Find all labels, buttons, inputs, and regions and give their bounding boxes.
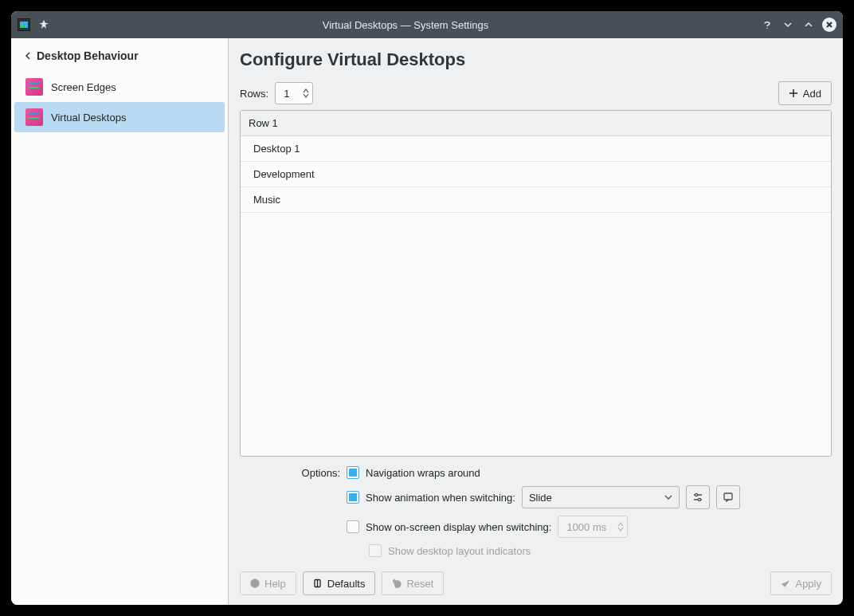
reset-button-label: Reset	[406, 578, 433, 590]
desktop-row[interactable]: Music	[241, 187, 831, 213]
show-anim-label[interactable]: Show animation when switching:	[366, 492, 515, 504]
anim-about-button[interactable]	[716, 485, 740, 509]
desktops-list[interactable]: Row 1 Desktop 1 Development Music	[240, 110, 832, 457]
svg-point-3	[695, 493, 697, 496]
svg-point-7	[254, 585, 255, 586]
sidebar: Desktop Behaviour Screen Edges Virtual D…	[11, 38, 229, 605]
sidebar-item-label: Screen Edges	[51, 81, 116, 93]
check-icon	[781, 579, 790, 588]
show-osd-label[interactable]: Show on-screen display when switching:	[366, 521, 551, 533]
defaults-icon	[313, 579, 323, 588]
breadcrumb-label: Desktop Behaviour	[37, 49, 139, 62]
undo-icon	[392, 579, 402, 588]
apply-button-label: Apply	[795, 578, 821, 590]
svg-point-2	[766, 28, 767, 29]
chevron-down-icon[interactable]	[303, 93, 309, 98]
show-layout-label: Show desktop layout indicators	[388, 545, 531, 557]
rows-toolbar: Rows: Add	[240, 81, 832, 105]
desktop-name: Development	[253, 168, 315, 180]
defaults-button-label: Defaults	[327, 578, 366, 590]
help-circle-icon	[250, 579, 260, 588]
svg-rect-5	[724, 493, 732, 500]
sidebar-item-virtual-desktops[interactable]: Virtual Desktops	[14, 102, 225, 132]
help-button[interactable]: Help	[240, 571, 296, 595]
desktop-row[interactable]: Development	[241, 162, 831, 187]
apply-button: Apply	[770, 571, 832, 595]
breadcrumb[interactable]: Desktop Behaviour	[11, 41, 228, 72]
nav-wrap-label[interactable]: Navigation wraps around	[366, 467, 480, 479]
rows-spinbox[interactable]	[275, 82, 313, 104]
show-osd-checkbox[interactable]	[347, 520, 359, 533]
svg-point-4	[698, 498, 700, 500]
main-panel: Configure Virtual Desktops Rows: Add	[229, 38, 843, 605]
maximize-icon[interactable]	[801, 18, 816, 32]
reset-button: Reset	[382, 571, 444, 595]
footer-buttons: Help Defaults Reset Apply	[240, 571, 832, 595]
sidebar-item-label: Virtual Desktops	[51, 112, 126, 124]
minimize-icon[interactable]	[781, 18, 795, 32]
help-icon[interactable]	[760, 18, 774, 32]
rows-value[interactable]	[284, 88, 296, 100]
help-button-label: Help	[264, 578, 286, 590]
anim-combo-value: Slide	[529, 492, 552, 504]
defaults-button[interactable]: Defaults	[303, 571, 376, 595]
chevron-left-icon	[24, 51, 32, 61]
options-label: Options:	[240, 467, 340, 479]
desktop-name: Desktop 1	[253, 143, 300, 155]
virtual-desktops-icon	[25, 108, 43, 126]
osd-duration-spinbox	[558, 516, 628, 538]
osd-duration-value	[566, 521, 611, 533]
add-button-label: Add	[803, 88, 821, 100]
row-group-header: Row 1	[241, 111, 831, 136]
sliders-icon	[692, 492, 703, 503]
pin-icon[interactable]	[37, 18, 51, 32]
page-title: Configure Virtual Desktops	[240, 46, 832, 81]
close-icon[interactable]	[822, 18, 836, 32]
desktop-row[interactable]: Desktop 1	[241, 136, 831, 162]
rows-label: Rows:	[240, 88, 268, 100]
anim-combo[interactable]: Slide	[522, 486, 680, 508]
speech-bubble-icon	[723, 492, 734, 503]
titlebar: Virtual Desktops — System Settings	[11, 11, 843, 38]
app-icon	[18, 18, 30, 31]
chevron-down-icon	[664, 495, 672, 500]
sidebar-item-screen-edges[interactable]: Screen Edges	[14, 72, 225, 102]
screen-edges-icon	[25, 78, 43, 96]
show-layout-checkbox	[369, 544, 382, 557]
svg-rect-1	[20, 25, 25, 28]
window-title: Virtual Desktops — System Settings	[57, 19, 754, 31]
desktop-name: Music	[253, 194, 280, 206]
add-button[interactable]: Add	[778, 81, 832, 105]
anim-configure-button[interactable]	[686, 485, 710, 509]
plus-icon	[789, 88, 798, 98]
nav-wrap-checkbox[interactable]	[347, 466, 359, 479]
window: Virtual Desktops — System Settings Deskt…	[11, 11, 843, 605]
show-anim-checkbox[interactable]	[347, 491, 359, 504]
options-section: Options: Navigation wraps around Show an…	[240, 466, 832, 557]
